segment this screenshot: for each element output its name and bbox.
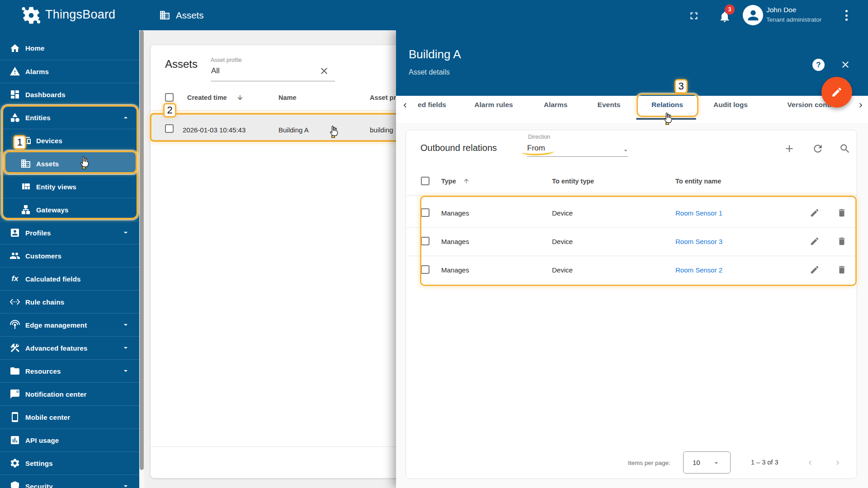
search-icon[interactable] — [839, 143, 851, 155]
chart-icon — [9, 435, 20, 446]
direction-underline — [527, 156, 628, 157]
antenna-icon — [9, 319, 20, 330]
sort-desc-icon[interactable] — [236, 94, 244, 101]
asset-profile-filter-label: Asset profile — [211, 57, 242, 63]
gear-icon — [9, 458, 20, 469]
sidebar-item-dashboards[interactable]: Dashboards — [0, 83, 139, 106]
sidebar-item-api-usage[interactable]: API usage — [0, 428, 139, 451]
tabs-scroll-left-icon[interactable] — [401, 101, 410, 110]
sidebar-item-settings[interactable]: Settings — [0, 451, 139, 474]
relations-heading: Outbound relations — [420, 143, 497, 153]
sidebar-item-mobile-center[interactable]: Mobile center — [0, 405, 139, 428]
function-icon: fx — [9, 273, 20, 284]
sidebar-item-advanced-features[interactable]: Advanced features — [0, 336, 139, 359]
panel-title: Building A — [409, 47, 461, 61]
sidebar-item-home[interactable]: Home — [0, 37, 139, 60]
chevron-down-icon — [121, 482, 130, 488]
sidebar-item-alarms[interactable]: Alarms — [0, 60, 139, 83]
annotation-underline-from — [522, 150, 554, 156]
previous-page-icon[interactable] — [806, 458, 815, 467]
tab-alarms[interactable]: Alarms — [544, 101, 568, 109]
relations-col-type[interactable]: Type — [441, 178, 456, 185]
annotation-box-assets-item — [4, 150, 137, 174]
user-name: John Doe — [766, 6, 796, 14]
shield-icon — [9, 481, 20, 488]
edit-fab-button[interactable] — [821, 77, 852, 108]
warning-icon — [9, 66, 20, 77]
chevron-down-icon — [121, 228, 130, 237]
folder-icon — [9, 366, 20, 376]
relations-col-to-entity-name[interactable]: To entity name — [675, 178, 721, 185]
hand-cursor-asset-row — [329, 125, 339, 138]
sidebar-item-profiles[interactable]: Profiles — [0, 221, 139, 244]
smartphone-icon — [9, 412, 20, 422]
assets-col-created-time[interactable]: Created time — [187, 94, 227, 101]
sidebar-item-rule-chains[interactable]: Rule chains — [0, 290, 139, 313]
chevron-down-icon — [121, 366, 130, 375]
tab-alarm-rules[interactable]: Alarm rules — [474, 101, 513, 109]
help-icon[interactable]: ? — [812, 59, 825, 71]
relations-col-to-entity-type[interactable]: To entity type — [552, 178, 594, 185]
user-role: Tenant administrator — [766, 16, 821, 23]
assets-col-name[interactable]: Name — [278, 94, 297, 101]
annotation-badge-3: 3 — [675, 79, 688, 94]
page-title: Assets — [176, 10, 204, 21]
tab-calculated-fields[interactable]: ed fields — [409, 101, 446, 111]
sidebar-item-resources[interactable]: Resources — [0, 359, 139, 382]
assets-card-title: Assets — [165, 58, 198, 70]
fullscreen-icon[interactable] — [688, 10, 700, 22]
brand-name: ThingsBoard — [45, 8, 115, 22]
items-per-page-label: Items per page: — [628, 460, 670, 466]
people-icon — [9, 250, 20, 261]
sort-asc-icon[interactable] — [463, 178, 470, 184]
annotation-badge-2: 2 — [163, 103, 176, 117]
asset-profile-filter-value[interactable]: All — [211, 66, 220, 75]
next-page-icon[interactable] — [833, 458, 842, 467]
direction-label: Direction — [528, 134, 550, 140]
add-relation-icon[interactable] — [783, 143, 795, 155]
notification-bubble-icon — [9, 389, 20, 399]
clear-filter-icon[interactable] — [319, 66, 330, 76]
page-size-value: 10 — [693, 459, 700, 466]
annotation-box-relation-rows — [420, 196, 857, 286]
annotation-badge-1: 1 — [13, 135, 26, 150]
close-icon[interactable] — [840, 59, 851, 70]
sidebar-item-notification-center[interactable]: Notification center — [0, 382, 139, 405]
home-icon — [9, 43, 20, 54]
app-root: Assets Asset profile All Created time Na… — [0, 0, 868, 488]
page-building-icon — [159, 9, 170, 21]
relations-card: Outbound relations Direction From Type — [406, 130, 857, 479]
sidebar: Home Alarms Dashboards Entities Devices … — [0, 30, 139, 488]
hand-cursor-sidebar-assets — [79, 155, 90, 169]
dashboard-icon — [9, 89, 20, 100]
hand-cursor-relations-tab — [663, 112, 673, 125]
refresh-icon[interactable] — [812, 143, 824, 155]
top-header: ThingsBoard Assets 3 John Doe Tenant adm… — [0, 0, 868, 30]
sidebar-scrollbar-thumb[interactable] — [140, 30, 144, 470]
tab-events[interactable]: Events — [598, 101, 621, 109]
select-all-relations-checkbox[interactable] — [421, 177, 429, 185]
chevron-down-icon — [121, 343, 130, 352]
panel-subtitle: Asset details — [409, 68, 450, 76]
page-range-label: 1 – 3 of 3 — [751, 459, 778, 466]
thingsboard-logo-icon — [21, 5, 42, 26]
tabs-scroll-right-icon[interactable] — [856, 101, 865, 110]
kebab-menu-icon[interactable] — [843, 9, 850, 22]
tools-icon — [9, 343, 20, 353]
panel-header: Building A Asset details ? — [396, 30, 868, 96]
select-all-assets-checkbox[interactable] — [165, 93, 174, 102]
sidebar-item-edge-management[interactable]: Edge management — [0, 313, 139, 336]
sidebar-item-customers[interactable]: Customers — [0, 244, 139, 267]
sidebar-item-security[interactable]: Security — [0, 474, 139, 488]
sidebar-scrollbar[interactable] — [139, 30, 144, 488]
tab-audit-logs[interactable]: Audit logs — [713, 101, 748, 109]
sidebar-item-calculated-fields[interactable]: fx Calculated fields — [0, 267, 139, 290]
asset-details-panel: Building A Asset details ? ed fields Ala… — [396, 30, 868, 488]
chevron-down-icon — [121, 320, 130, 329]
avatar[interactable] — [743, 5, 763, 25]
page-size-select[interactable]: 10 — [683, 451, 731, 474]
dropdown-arrow-icon[interactable] — [622, 147, 629, 154]
asset-profile-filter-underline — [211, 81, 335, 81]
badge-icon — [9, 227, 20, 238]
ethernet-icon — [9, 296, 20, 307]
